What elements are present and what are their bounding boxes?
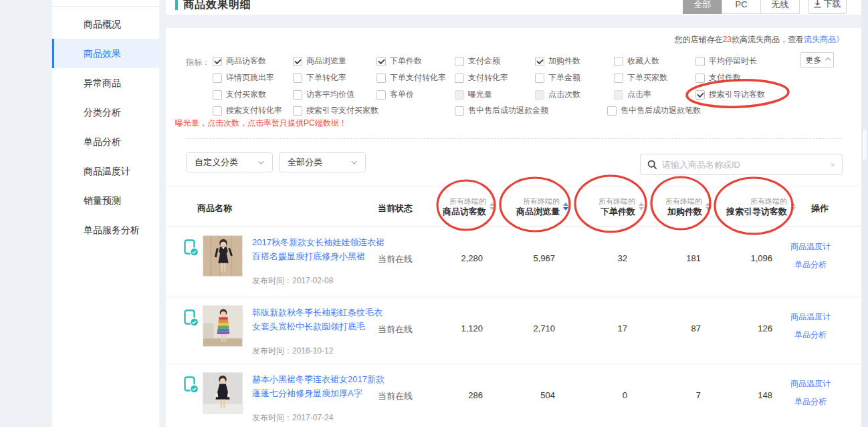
product-image[interactable] xyxy=(203,305,243,347)
metric-checkbox-item[interactable]: 详情页跳出率 xyxy=(213,69,274,86)
product-title-link[interactable]: 赫本小黑裙冬季连衣裙女2017新款蓬蓬七分袖修身显瘦加厚A字 xyxy=(252,372,385,400)
sidebar-item-product-overview[interactable]: 商品概况 xyxy=(52,9,159,39)
sort-arrows-icon[interactable] xyxy=(639,202,644,210)
scrollbar-track[interactable] xyxy=(861,0,868,427)
search-input[interactable] xyxy=(662,160,825,170)
checkbox-icon[interactable] xyxy=(455,90,464,100)
checkbox-icon[interactable] xyxy=(535,74,544,83)
checkbox-icon[interactable] xyxy=(213,90,222,100)
tab-wireless[interactable]: 无线 xyxy=(760,0,800,14)
metric-checkbox-item[interactable]: 支付买家数 xyxy=(213,86,266,103)
checkbox-icon[interactable] xyxy=(213,74,222,83)
sidebar-item-category-analysis[interactable]: 分类分析 xyxy=(52,98,159,127)
metric-checkbox-item[interactable]: 商品浏览量 xyxy=(293,53,346,69)
checkbox-icon[interactable] xyxy=(695,90,705,100)
checkbox-icon[interactable] xyxy=(293,106,302,116)
checkbox-icon[interactable] xyxy=(293,90,302,100)
sidebar-item-product-thermometer[interactable]: 商品温度计 xyxy=(52,156,159,186)
loss-products-link[interactable]: 流失商品》 xyxy=(804,35,844,44)
checkbox-icon[interactable] xyxy=(535,90,544,100)
sort-arrows-icon[interactable] xyxy=(790,202,796,210)
metric-checkbox-item[interactable]: 支付件数 xyxy=(695,69,741,86)
sort-arrows-icon[interactable] xyxy=(490,202,495,210)
main-panel: 您的店铺存在23款高流失商品，查看流失商品》 指标： 商品访客数 商品浏览量 下… xyxy=(166,28,861,427)
thermometer-link[interactable]: 商品温度计 xyxy=(782,311,839,323)
checkbox-icon[interactable] xyxy=(293,74,302,83)
column-header-visitors[interactable]: 所有终端的商品访客数 xyxy=(443,196,495,217)
custom-category-select[interactable]: 自定义分类 xyxy=(186,152,273,172)
metric-checkbox-item[interactable]: 曝光量 xyxy=(455,86,492,103)
metric-checkbox-item[interactable]: 支付转化率 xyxy=(455,69,508,86)
mobile-verified-icon xyxy=(184,239,199,257)
product-image[interactable] xyxy=(203,235,243,277)
checkbox-icon[interactable] xyxy=(455,57,464,66)
metric-checkbox-item[interactable]: 下单买家数 xyxy=(614,69,667,86)
checkbox-icon[interactable] xyxy=(607,106,617,116)
tab-all[interactable]: 全部 xyxy=(683,0,722,14)
metric-checkbox-item[interactable]: 下单件数 xyxy=(376,53,422,69)
checkbox-icon[interactable] xyxy=(213,57,222,66)
value-orders: 32 xyxy=(567,253,627,263)
checkbox-icon[interactable] xyxy=(695,74,705,83)
checkbox-icon[interactable] xyxy=(213,106,222,116)
clear-search-icon[interactable]: × xyxy=(830,160,835,170)
sort-arrows-icon[interactable] xyxy=(563,202,568,210)
metric-checkbox-item[interactable]: 售中售后成功退款金额 xyxy=(455,102,548,119)
thermometer-link[interactable]: 商品温度计 xyxy=(782,378,839,390)
all-category-select[interactable]: 全部分类 xyxy=(279,152,366,172)
sort-arrows-icon[interactable] xyxy=(706,202,711,210)
metric-checkbox-item[interactable]: 下单金额 xyxy=(535,69,580,86)
metric-checkbox-item[interactable]: 加购件数 xyxy=(535,53,580,69)
checkbox-icon[interactable] xyxy=(376,74,386,83)
single-item-analysis-link[interactable]: 单品分析 xyxy=(782,329,839,341)
scrollbar-thumb[interactable] xyxy=(862,128,867,160)
product-title-link[interactable]: 韩版新款秋冬季长袖彩虹条纹毛衣女套头宽松中长款圆领打底毛 xyxy=(252,305,385,333)
thermometer-link[interactable]: 商品温度计 xyxy=(782,241,839,253)
product-title-link[interactable]: 2017秋冬新款女长袖娃娃领连衣裙百搭名媛显瘦打底修身小黑裙 xyxy=(252,235,385,263)
metric-checkbox-item[interactable]: 客单价 xyxy=(376,86,414,103)
metric-checkbox-item[interactable]: 下单转化率 xyxy=(293,69,346,86)
product-status: 当前在线 xyxy=(378,323,413,335)
sidebar-item-sales-forecast[interactable]: 销量预测 xyxy=(52,186,159,215)
checkbox-icon[interactable] xyxy=(614,57,623,66)
checkbox-icon[interactable] xyxy=(376,57,386,66)
chevron-down-icon xyxy=(258,158,263,164)
single-item-analysis-link[interactable]: 单品分析 xyxy=(782,396,839,408)
checkbox-icon[interactable] xyxy=(535,57,544,66)
checkbox-icon[interactable] xyxy=(293,57,302,66)
sidebar-item-single-item-service-analysis[interactable]: 单品服务分析 xyxy=(52,215,159,245)
checkbox-icon[interactable] xyxy=(614,74,623,83)
sidebar-item-product-effect[interactable]: 商品效果 xyxy=(52,39,159,68)
metric-checkbox-item-search-guided-visitors[interactable]: 搜索引导访客数 xyxy=(695,86,765,103)
checkbox-icon[interactable] xyxy=(614,90,623,100)
metric-checkbox-item[interactable]: 收藏人数 xyxy=(614,53,659,69)
download-button[interactable]: 下载 xyxy=(808,0,847,14)
more-metrics-button[interactable]: 更多 xyxy=(800,52,834,68)
sidebar-item-single-item-analysis[interactable]: 单品分析 xyxy=(52,127,159,156)
column-header-add-to-cart[interactable]: 所有终端的加购件数 xyxy=(665,196,711,217)
metric-checkbox-item[interactable]: 平均停留时长 xyxy=(695,53,757,69)
checkbox-icon[interactable] xyxy=(695,57,705,66)
metric-checkbox-item[interactable]: 搜索支付转化率 xyxy=(213,102,282,119)
checkbox-icon[interactable] xyxy=(455,74,464,83)
column-header-pageviews[interactable]: 所有终端的商品浏览量 xyxy=(516,196,568,217)
metric-checkbox-item[interactable]: 商品访客数 xyxy=(213,53,266,69)
column-header-search-guided-visitors[interactable]: 所有终端的搜索引导访客数 xyxy=(726,196,796,217)
metric-checkbox-item[interactable]: 售中售后成功退款笔数 xyxy=(607,102,701,119)
metric-checkbox-item[interactable]: 点击率 xyxy=(614,86,651,103)
sidebar-item-abnormal-products[interactable]: 异常商品 xyxy=(52,68,159,98)
metric-checkbox-item[interactable]: 支付金额 xyxy=(455,53,500,69)
checkbox-icon[interactable] xyxy=(455,106,464,116)
metric-checkbox-item[interactable]: 搜索引导支付买家数 xyxy=(293,102,378,119)
metric-checkbox-item[interactable]: 下单支付转化率 xyxy=(376,69,446,86)
checkbox-icon[interactable] xyxy=(376,90,386,100)
product-image[interactable] xyxy=(203,372,243,414)
tab-pc[interactable]: PC xyxy=(722,0,761,14)
column-header-orders[interactable]: 所有终端的下单件数 xyxy=(599,196,644,217)
loss-products-notice: 您的店铺存在23款高流失商品，查看流失商品》 xyxy=(675,34,844,45)
single-item-analysis-link[interactable]: 单品分析 xyxy=(782,259,839,271)
table-header: 商品名称 当前状态 所有终端的商品访客数 所有终端的商品浏览量 所有终端的下单件… xyxy=(166,186,861,227)
metric-checkbox-item[interactable]: 点击次数 xyxy=(535,86,580,103)
metric-checkbox-item[interactable]: 访客平均价值 xyxy=(293,86,354,103)
loss-count: 23 xyxy=(723,35,732,44)
